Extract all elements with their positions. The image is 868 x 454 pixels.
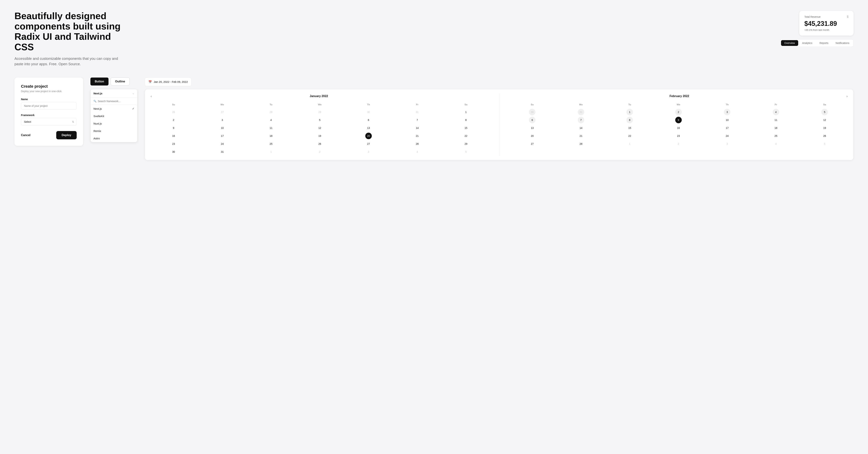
- framework-search-input[interactable]: [98, 100, 134, 103]
- day-cell[interactable]: 1: [626, 109, 633, 115]
- day-cell[interactable]: 9: [675, 117, 682, 123]
- tab-analytics[interactable]: Analytics: [799, 40, 815, 46]
- day-cell[interactable]: 18: [268, 133, 274, 139]
- day-cell[interactable]: 23: [675, 133, 682, 139]
- day-cell[interactable]: 3: [365, 149, 372, 155]
- day-cell[interactable]: 20: [529, 133, 535, 139]
- day-cell[interactable]: 24: [724, 133, 731, 139]
- day-cell[interactable]: 27: [529, 140, 535, 147]
- day-cell[interactable]: 14: [414, 125, 421, 131]
- day-cell[interactable]: 18: [773, 125, 779, 131]
- card-subtitle: Deploy your new project in one-click.: [21, 90, 77, 93]
- day-cell[interactable]: 12: [822, 117, 828, 123]
- framework-item-sveltekit[interactable]: SvelteKit: [91, 112, 137, 120]
- day-cell[interactable]: 5: [463, 149, 469, 155]
- jan-col-we: We: [296, 102, 344, 108]
- day-cell[interactable]: 15: [463, 125, 469, 131]
- day-cell[interactable]: 19: [316, 133, 323, 139]
- day-cell[interactable]: 7: [414, 117, 421, 123]
- day-cell[interactable]: 29: [463, 140, 469, 147]
- cancel-button[interactable]: Cancel: [21, 131, 30, 139]
- day-cell[interactable]: 24: [219, 140, 225, 147]
- day-cell[interactable]: 4: [414, 149, 421, 155]
- day-cell[interactable]: 30: [365, 109, 372, 115]
- framework-item-nextjs[interactable]: Next.js ✓: [91, 105, 137, 112]
- day-cell[interactable]: 6: [529, 117, 535, 123]
- day-cell[interactable]: 14: [578, 125, 584, 131]
- day-cell[interactable]: 26: [170, 109, 177, 115]
- day-cell[interactable]: 31: [414, 109, 421, 115]
- day-cell[interactable]: 4: [773, 140, 779, 147]
- day-cell[interactable]: 16: [170, 133, 177, 139]
- day-cell[interactable]: 28: [578, 140, 584, 147]
- day-cell[interactable]: 20: [365, 133, 372, 139]
- day-cell[interactable]: 27: [219, 109, 225, 115]
- name-input[interactable]: [21, 102, 77, 110]
- day-cell[interactable]: 29: [316, 109, 323, 115]
- day-cell[interactable]: 21: [414, 133, 421, 139]
- day-cell[interactable]: 6: [365, 117, 372, 123]
- day-cell[interactable]: 28: [414, 140, 421, 147]
- day-cell[interactable]: 27: [365, 140, 372, 147]
- day-cell[interactable]: 3: [724, 109, 731, 115]
- day-cell[interactable]: 2: [316, 149, 323, 155]
- day-cell[interactable]: 28: [268, 109, 274, 115]
- day-cell[interactable]: 10: [219, 125, 225, 131]
- framework-item-remix[interactable]: Remix: [91, 127, 137, 135]
- tab-reports[interactable]: Reports: [816, 40, 832, 46]
- button-outline[interactable]: Outline: [111, 77, 130, 86]
- day-cell[interactable]: 11: [773, 117, 779, 123]
- day-cell[interactable]: 3: [724, 140, 731, 147]
- day-cell[interactable]: 23: [170, 140, 177, 147]
- tab-notifications[interactable]: Notifications: [832, 40, 852, 46]
- day-cell[interactable]: 1: [626, 140, 633, 147]
- day-cell[interactable]: 21: [578, 133, 584, 139]
- day-cell[interactable]: 31: [219, 149, 225, 155]
- day-cell[interactable]: 30: [529, 109, 535, 115]
- dropdown-header[interactable]: Next.js ⌄: [91, 89, 137, 98]
- day-cell[interactable]: 11: [268, 125, 274, 131]
- prev-month-button[interactable]: ‹: [149, 94, 153, 99]
- day-cell[interactable]: 12: [316, 125, 323, 131]
- day-cell[interactable]: 8: [463, 117, 469, 123]
- day-cell[interactable]: 17: [219, 133, 225, 139]
- button-filled[interactable]: Button: [90, 77, 108, 86]
- day-cell[interactable]: 26: [822, 133, 828, 139]
- day-cell[interactable]: 31: [578, 109, 584, 115]
- framework-select[interactable]: Select Next.js SvelteKit Nuxt.js Remix A…: [21, 118, 77, 126]
- deploy-button[interactable]: Deploy: [56, 131, 77, 139]
- day-cell[interactable]: 13: [529, 125, 535, 131]
- day-cell[interactable]: 1: [463, 109, 469, 115]
- day-cell[interactable]: 5: [316, 117, 323, 123]
- day-cell[interactable]: 1: [268, 149, 274, 155]
- day-cell[interactable]: 13: [365, 125, 372, 131]
- day-cell[interactable]: 2: [675, 109, 682, 115]
- table-row: 5: [800, 108, 849, 116]
- day-cell[interactable]: 5: [822, 140, 828, 147]
- day-cell[interactable]: 22: [463, 133, 469, 139]
- day-cell[interactable]: 16: [675, 125, 682, 131]
- day-cell[interactable]: 4: [268, 117, 274, 123]
- tab-overview[interactable]: Overview: [781, 40, 798, 46]
- day-cell[interactable]: 25: [773, 133, 779, 139]
- day-cell[interactable]: 25: [268, 140, 274, 147]
- day-cell[interactable]: 22: [626, 133, 633, 139]
- day-cell[interactable]: 7: [578, 117, 584, 123]
- framework-item-astro[interactable]: Astro: [91, 135, 137, 142]
- framework-item-nuxtjs[interactable]: Nuxt.js: [91, 120, 137, 127]
- day-cell[interactable]: 3: [219, 117, 225, 123]
- day-cell[interactable]: 30: [170, 149, 177, 155]
- day-cell[interactable]: 10: [724, 117, 731, 123]
- day-cell[interactable]: 15: [626, 125, 633, 131]
- day-cell[interactable]: 2: [675, 140, 682, 147]
- day-cell[interactable]: 4: [773, 109, 779, 115]
- day-cell[interactable]: 8: [626, 117, 633, 123]
- day-cell[interactable]: 19: [822, 125, 828, 131]
- day-cell[interactable]: 9: [170, 125, 177, 131]
- day-cell[interactable]: 26: [316, 140, 323, 147]
- next-month-button[interactable]: ›: [845, 94, 849, 99]
- day-cell[interactable]: 2: [170, 117, 177, 123]
- day-cell[interactable]: 5: [822, 109, 828, 115]
- day-cell[interactable]: 17: [724, 125, 731, 131]
- date-range-display[interactable]: 📅 Jan 20, 2022 - Feb 09, 2022: [145, 77, 191, 86]
